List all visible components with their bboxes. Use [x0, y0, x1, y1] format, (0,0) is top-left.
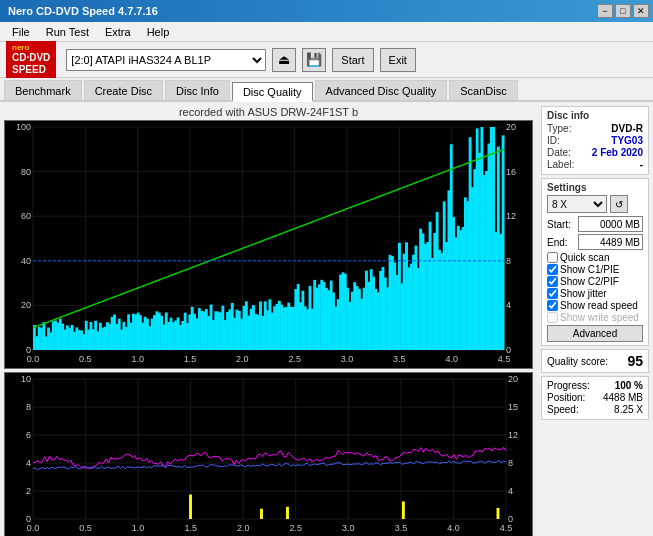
exit-button[interactable]: Exit [380, 48, 416, 72]
show-write-speed-checkbox[interactable] [547, 312, 558, 323]
nero-logo: nero CD·DVDSPEED [6, 41, 56, 79]
disc-label-value: - [640, 159, 643, 170]
advanced-button[interactable]: Advanced [547, 325, 643, 342]
date-value: 2 Feb 2020 [592, 147, 643, 158]
refresh-icon[interactable]: ↺ [610, 195, 628, 213]
tab-benchmark[interactable]: Benchmark [4, 80, 82, 100]
position-label: Position: [547, 392, 585, 403]
show-c2pif-checkbox[interactable] [547, 276, 558, 287]
show-c1pie-label: Show C1/PIE [560, 264, 619, 275]
window-controls: − □ ✕ [597, 4, 649, 18]
save-icon[interactable]: 💾 [302, 48, 326, 72]
date-label: Date: [547, 147, 571, 158]
chart-title: recorded with ASUS DRW-24F1ST b [4, 106, 533, 118]
right-panel: Disc info Type: DVD-R ID: TYG03 Date: 2 … [537, 102, 653, 536]
show-write-speed-label: Show write speed [560, 312, 639, 323]
toolbar: nero CD·DVDSPEED [2:0] ATAPI iHAS324 A B… [0, 42, 653, 78]
minimize-button[interactable]: − [597, 4, 613, 18]
id-value: TYG03 [611, 135, 643, 146]
settings-panel: Settings 8 X 1 X 2 X 4 X MAX ↺ Start: En… [541, 178, 649, 346]
speed-value: 8.25 X [614, 404, 643, 415]
end-field[interactable] [578, 234, 643, 250]
top-chart [5, 121, 530, 368]
disc-label-label: Label: [547, 159, 574, 170]
quality-score-label: Quality score: [547, 356, 608, 367]
show-c2pif-label: Show C2/PIF [560, 276, 619, 287]
disc-info-title: Disc info [547, 110, 643, 121]
tab-disc-info[interactable]: Disc Info [165, 80, 230, 100]
id-label: ID: [547, 135, 560, 146]
bottom-chart [5, 373, 532, 536]
close-button[interactable]: ✕ [633, 4, 649, 18]
menu-file[interactable]: File [4, 24, 38, 40]
end-label: End: [547, 237, 568, 248]
tab-advanced-disc-quality[interactable]: Advanced Disc Quality [315, 80, 448, 100]
show-c1pie-checkbox[interactable] [547, 264, 558, 275]
tab-bar: Benchmark Create Disc Disc Info Disc Qua… [0, 78, 653, 102]
menu-help[interactable]: Help [139, 24, 178, 40]
show-jitter-label: Show jitter [560, 288, 607, 299]
quick-scan-label: Quick scan [560, 252, 609, 263]
menu-bar: File Run Test Extra Help [0, 22, 653, 42]
speed-label: Speed: [547, 404, 579, 415]
title-bar: Nero CD-DVD Speed 4.7.7.16 − □ ✕ [0, 0, 653, 22]
quality-score-panel: Quality score: 95 [541, 349, 649, 373]
type-label: Type: [547, 123, 571, 134]
tab-create-disc[interactable]: Create Disc [84, 80, 163, 100]
disc-info-panel: Disc info Type: DVD-R ID: TYG03 Date: 2 … [541, 106, 649, 175]
show-read-speed-label: Show read speed [560, 300, 638, 311]
eject-icon[interactable]: ⏏ [272, 48, 296, 72]
progress-panel: Progress: 100 % Position: 4488 MB Speed:… [541, 376, 649, 420]
main-content: recorded with ASUS DRW-24F1ST b Disc inf… [0, 102, 653, 536]
progress-value: 100 % [615, 380, 643, 391]
menu-extra[interactable]: Extra [97, 24, 139, 40]
position-value: 4488 MB [603, 392, 643, 403]
start-button[interactable]: Start [332, 48, 373, 72]
type-value: DVD-R [611, 123, 643, 134]
start-field[interactable] [578, 216, 643, 232]
settings-title: Settings [547, 182, 643, 193]
app-title: Nero CD-DVD Speed 4.7.7.16 [8, 5, 158, 17]
progress-label: Progress: [547, 380, 590, 391]
quick-scan-checkbox[interactable] [547, 252, 558, 263]
quality-score-value: 95 [627, 353, 643, 369]
speed-select[interactable]: 8 X 1 X 2 X 4 X MAX [547, 195, 607, 213]
menu-run-test[interactable]: Run Test [38, 24, 97, 40]
show-jitter-checkbox[interactable] [547, 288, 558, 299]
start-label: Start: [547, 219, 571, 230]
drive-select[interactable]: [2:0] ATAPI iHAS324 A BL1P [66, 49, 266, 71]
maximize-button[interactable]: □ [615, 4, 631, 18]
tab-disc-quality[interactable]: Disc Quality [232, 82, 313, 102]
tab-scandisc[interactable]: ScanDisc [449, 80, 517, 100]
show-read-speed-checkbox[interactable] [547, 300, 558, 311]
